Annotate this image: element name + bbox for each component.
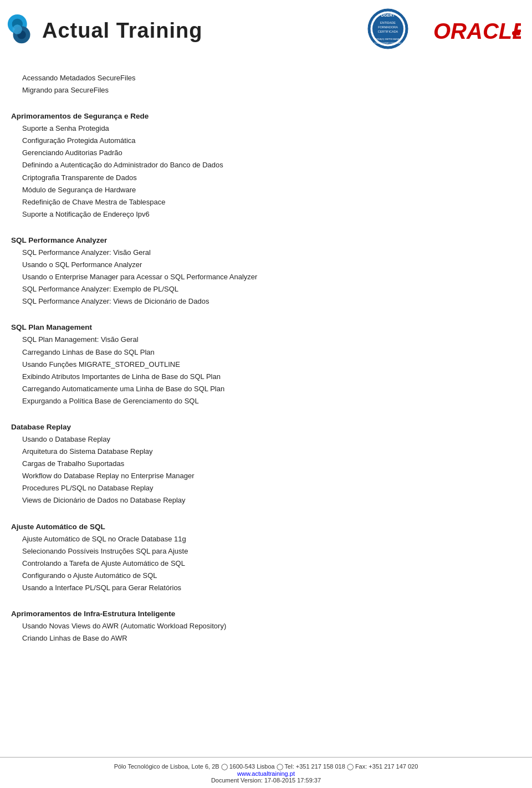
oracle-logo: ORACLE — [432, 17, 521, 44]
svg-text:ORACLE: ORACLE — [433, 19, 521, 43]
list-item: Cargas de Trabalho Suportadas — [11, 458, 515, 470]
list-item: SQL Plan Management: Visão Geral — [11, 334, 515, 346]
list-item: Módulo de Segurança de Hardware — [11, 184, 515, 196]
list-item: Suporte a Senha Protegida — [11, 122, 515, 135]
list-item: Migrando para SecureFiles — [11, 84, 515, 96]
page-header: Actual Training DGERT ENTIDADE FORMADORA… — [0, 0, 532, 61]
section-title-sql-performance: SQL Performance Analyzer — [11, 236, 515, 244]
footer-website: www.actualtraining.pt — [11, 770, 521, 777]
list-item: Carregando Automaticamente uma Linha de … — [11, 383, 515, 395]
list-item: Arquitetura do Sistema Database Replay — [11, 446, 515, 458]
list-item: Suporte a Notificação de Endereço Ipv6 — [11, 208, 515, 221]
section-title-ajuste: Ajuste Automático de SQL — [11, 523, 515, 531]
list-item: Expurgando a Política Base de Gerenciame… — [11, 395, 515, 407]
list-item: Workflow do Database Replay no Enterpris… — [11, 470, 515, 482]
list-item: Acessando Metadados SecureFiles — [11, 72, 515, 84]
database-replay-section: Database Replay Usando o Database Replay… — [11, 423, 515, 507]
svg-point-4 — [13, 24, 22, 34]
section-title-sql-plan: SQL Plan Management — [11, 323, 515, 331]
list-item: SQL Performance Analyzer: Views de Dicio… — [11, 295, 515, 308]
list-item: Selecionando Possíveis Instruções SQL pa… — [11, 545, 515, 557]
list-item: Usando o SQL Performance Analyzer — [11, 259, 515, 271]
section-title-seguranca: Aprimoramentos de Segurança e Rede — [11, 112, 515, 120]
list-item: Redefinição de Chave Mestra de Tablespac… — [11, 196, 515, 208]
list-item: Configuração Protegida Automática — [11, 135, 515, 147]
svg-text:DGERT: DGERT — [381, 13, 395, 17]
list-item: Controlando a Tarefa de Ajuste Automátic… — [11, 557, 515, 570]
list-item: Criando Linhas de Base do AWR — [11, 632, 515, 644]
svg-text:ENTIDADE: ENTIDADE — [380, 21, 396, 24]
cert-badge-svg: DGERT ENTIDADE FORMADORA CERTIFICADA ÁRE… — [366, 6, 410, 55]
list-item: Usando a Interface PL/SQL para Gerar Rel… — [11, 582, 515, 594]
list-item: SQL Performance Analyzer: Exemplo de PL/… — [11, 283, 515, 295]
infra-inteligente-section: Aprimoramentos de Infra-Estrutura Inteli… — [11, 610, 515, 644]
section-title-infra: Aprimoramentos de Infra-Estrutura Inteli… — [11, 610, 515, 618]
svg-text:ÁREA(S) EMPRESARIAL: ÁREA(S) EMPRESARIAL — [375, 38, 401, 40]
list-item: Carregando Linhas de Base do SQL Plan — [11, 346, 515, 359]
svg-point-16 — [516, 31, 520, 35]
list-item: Usando o Database Replay — [11, 433, 515, 446]
list-item: Procedures PL/SQL no Database Replay — [11, 482, 515, 494]
svg-text:CONSULTORIA E FORMAÇÃO: CONSULTORIA E FORMAÇÃO — [374, 42, 402, 44]
actual-training-logo: Actual Training — [6, 14, 202, 47]
list-item: Ajuste Automático de SQL no Oracle Datab… — [11, 533, 515, 545]
footer-address-text: Pólo Tecnológico de Lisboa, Lote 6, 2B ◯… — [114, 763, 418, 770]
at-logo-icon — [6, 14, 38, 47]
cert-badge: DGERT ENTIDADE FORMADORA CERTIFICADA ÁRE… — [366, 6, 410, 55]
svg-point-15 — [512, 31, 516, 35]
svg-text:CERTIFICADA: CERTIFICADA — [378, 30, 398, 33]
list-item: Usando Novas Views do AWR (Automatic Wor… — [11, 620, 515, 632]
footer-doc-version: Document Version: 17-08-2015 17:59:37 — [11, 777, 521, 784]
main-content: Acessando Metadados SecureFiles Migrando… — [0, 61, 532, 689]
oracle-logo-svg: ORACLE — [432, 17, 521, 44]
list-item: Usando Funções MIGRATE_STORED_OUTLINE — [11, 359, 515, 371]
seguranca-section: Aprimoramentos de Segurança e Rede Supor… — [11, 112, 515, 221]
footer-address: Pólo Tecnológico de Lisboa, Lote 6, 2B ◯… — [11, 763, 521, 770]
sql-performance-section: SQL Performance Analyzer SQL Performance… — [11, 236, 515, 308]
list-item: Definindo a Autenticação do Administrado… — [11, 159, 515, 171]
list-item: Gerenciando Auditorias Padrão — [11, 147, 515, 159]
list-item: Usando o Enterprise Manager para Acessar… — [11, 271, 515, 283]
sql-plan-section: SQL Plan Management SQL Plan Management:… — [11, 323, 515, 407]
page-footer: Pólo Tecnológico de Lisboa, Lote 6, 2B ◯… — [0, 757, 532, 788]
ajuste-automatico-section: Ajuste Automático de SQL Ajuste Automáti… — [11, 523, 515, 594]
svg-text:FORMADORA: FORMADORA — [378, 25, 398, 29]
list-item: SQL Performance Analyzer: Visão Geral — [11, 247, 515, 259]
list-item: Criptografia Transparente de Dados — [11, 172, 515, 184]
brand-name: Actual Training — [42, 19, 202, 43]
securefiles-section: Acessando Metadados SecureFiles Migrando… — [11, 72, 515, 96]
list-item: Views de Dicionário de Dados no Database… — [11, 494, 515, 506]
footer-website-link[interactable]: www.actualtraining.pt — [237, 770, 295, 777]
section-title-database-replay: Database Replay — [11, 423, 515, 431]
list-item: Exibindo Atributos Importantes de Linha … — [11, 371, 515, 383]
list-item: Configurando o Ajuste Automático de SQL — [11, 570, 515, 582]
